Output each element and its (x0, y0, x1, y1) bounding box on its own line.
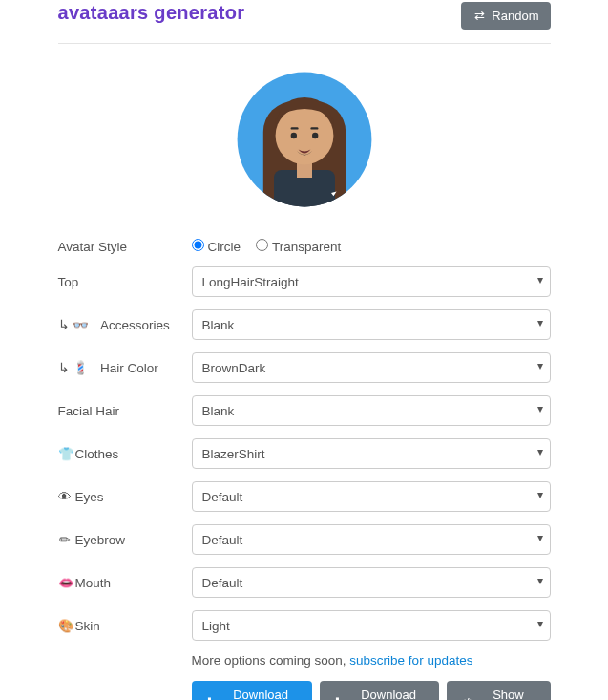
clothes-select[interactable]: BlazerShirt (192, 438, 551, 469)
svg-point-5 (275, 107, 333, 165)
download-png-button[interactable]: ⬇ Download PNG (192, 681, 312, 700)
random-button-label: Random (492, 9, 538, 23)
facialhair-label: Facial Hair (58, 404, 120, 418)
haircolor-select[interactable]: BrownDark (192, 352, 551, 383)
skin-select[interactable]: Light (192, 610, 551, 641)
show-react-button[interactable]: </> Show React (447, 681, 550, 700)
top-label: Top (58, 275, 79, 289)
eyebrow-icon: ✏ (58, 532, 72, 547)
eyes-label: Eyes (75, 490, 104, 504)
svg-rect-8 (290, 127, 298, 129)
radio-transparent-label: Transparent (272, 240, 341, 254)
svg-rect-9 (310, 127, 318, 129)
radio-circle[interactable]: Circle (192, 240, 241, 254)
eyes-icon: 👁 (58, 490, 72, 504)
download-icon: ⬇ (331, 695, 344, 701)
accessories-select[interactable]: Blank (192, 309, 551, 340)
show-react-label: Show React (477, 688, 538, 700)
download-icon: ⬇ (203, 695, 216, 701)
random-button[interactable]: ⇄ Random (461, 2, 550, 30)
facialhair-select[interactable]: Blank (192, 395, 551, 426)
eyebrow-label: Eyebrow (75, 533, 126, 547)
subscribe-link[interactable]: subscribe for updates (349, 653, 472, 668)
avatar-preview (228, 63, 381, 216)
shuffle-icon: ⇄ (472, 9, 486, 23)
mouth-label: Mouth (75, 576, 112, 590)
mouth-icon: 👄 (58, 575, 72, 590)
page-title: avataaars generator (58, 2, 245, 24)
download-svg-label: Download SVG (349, 688, 429, 700)
radio-circle-input[interactable] (192, 239, 204, 251)
clothes-icon: 👕 (58, 446, 72, 461)
download-png-label: Download PNG (221, 688, 301, 700)
skin-label: Skin (75, 619, 100, 633)
radio-transparent[interactable]: Transparent (256, 240, 341, 254)
eyes-select[interactable]: Default (192, 481, 551, 512)
svg-point-6 (290, 133, 296, 138)
radio-circle-label: Circle (208, 240, 241, 254)
accessories-prefix-icon: ↳ 👓 (58, 317, 90, 332)
mouth-select[interactable]: Default (192, 567, 551, 598)
avatar-style-label: Avatar Style (58, 240, 192, 254)
haircolor-label: Hair Color (100, 361, 158, 375)
eyebrow-select[interactable]: Default (192, 524, 551, 555)
accessories-label: Accessories (100, 318, 170, 332)
more-options-text: More options coming soon, (192, 653, 350, 668)
code-icon: </> (458, 695, 472, 701)
top-select[interactable]: LongHairStraight (192, 266, 551, 297)
radio-transparent-input[interactable] (256, 239, 268, 251)
skin-icon: 🎨 (58, 618, 72, 633)
svg-point-7 (312, 133, 318, 138)
divider (58, 43, 551, 44)
download-svg-button[interactable]: ⬇ Download SVG (320, 681, 440, 700)
clothes-label: Clothes (75, 447, 119, 461)
haircolor-prefix-icon: ↳ 💈 (58, 360, 90, 375)
